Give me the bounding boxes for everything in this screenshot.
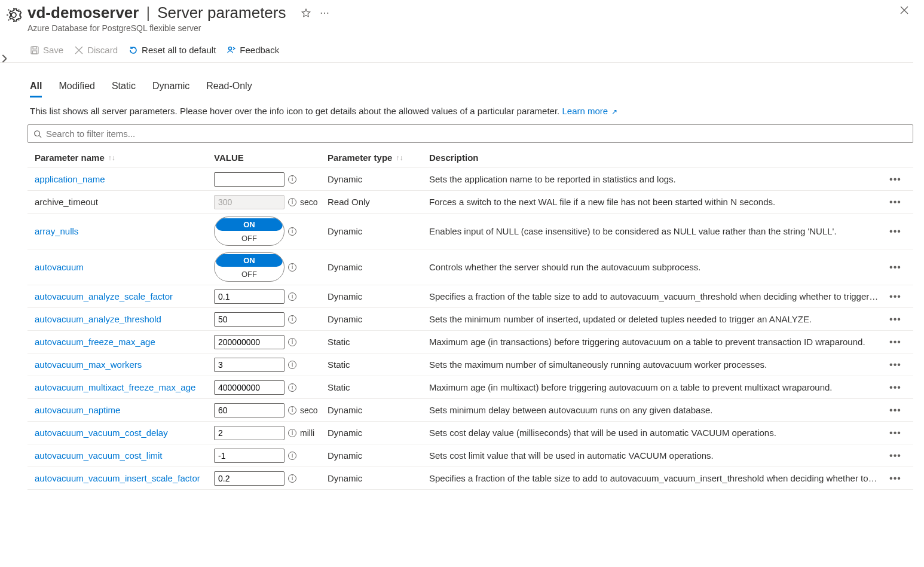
save-button[interactable]: Save [30, 45, 63, 55]
col-header-type[interactable]: Parameter type ↑↓ [328, 153, 429, 163]
info-icon[interactable]: i [288, 263, 296, 272]
resource-name: vd-demoserver [27, 4, 139, 22]
unit-label: milli [300, 428, 314, 438]
value-input[interactable] [214, 471, 284, 486]
row-more-button[interactable]: ••• [883, 428, 907, 438]
parameter-type: Dynamic [328, 291, 429, 301]
col-header-value[interactable]: VALUE [214, 153, 328, 163]
parameter-description: Specifies a fraction of the table size t… [429, 291, 883, 301]
svg-point-5 [35, 130, 40, 136]
col-header-desc[interactable]: Description [429, 153, 883, 163]
parameter-value-cell: ONOFFi [214, 217, 328, 246]
info-icon[interactable]: i [288, 198, 296, 206]
row-more-button[interactable]: ••• [883, 405, 907, 416]
info-icon[interactable]: i [288, 429, 296, 437]
value-input[interactable] [214, 380, 284, 395]
parameter-name[interactable]: autovacuum_vacuum_cost_limit [35, 450, 214, 461]
parameter-value-cell: i [214, 449, 328, 463]
tab-dynamic[interactable]: Dynamic [152, 77, 189, 97]
row-more-button[interactable]: ••• [883, 473, 907, 484]
parameter-value-cell: iseco [214, 195, 328, 209]
row-more-button[interactable]: ••• [883, 450, 907, 461]
toggle-off[interactable]: OFF [215, 232, 284, 245]
parameter-value-cell: i [214, 358, 328, 372]
discard-button[interactable]: Discard [74, 45, 118, 55]
tab-modified[interactable]: Modified [59, 77, 94, 97]
parameter-name[interactable]: autovacuum_analyze_scale_factor [35, 291, 214, 301]
parameter-type: Dynamic [328, 174, 429, 184]
row-more-button[interactable]: ••• [883, 337, 907, 347]
parameter-description: Forces a switch to the next WAL file if … [429, 197, 883, 207]
info-icon[interactable]: i [288, 315, 296, 324]
parameter-name[interactable]: autovacuum_analyze_threshold [35, 314, 214, 324]
close-blade-button[interactable] [895, 4, 913, 17]
unit-label: seco [300, 197, 318, 207]
parameter-name[interactable]: autovacuum [35, 262, 214, 272]
col-header-name[interactable]: Parameter name ↑↓ [35, 153, 214, 163]
tab-static[interactable]: Static [112, 77, 136, 97]
parameter-value-cell: iseco [214, 403, 328, 417]
row-more-button[interactable]: ••• [883, 226, 907, 237]
row-more-button[interactable]: ••• [883, 262, 907, 273]
info-icon[interactable]: i [288, 338, 296, 346]
parameter-value-cell: i [214, 471, 328, 486]
row-more-button[interactable]: ••• [883, 197, 907, 208]
toggle-off[interactable]: OFF [215, 268, 284, 281]
toggle-input[interactable]: ONOFF [214, 252, 284, 282]
toggle-input[interactable]: ONOFF [214, 217, 284, 246]
parameter-name[interactable]: array_nulls [35, 226, 214, 236]
value-input[interactable] [214, 358, 284, 372]
parameter-value-cell: i [214, 380, 328, 395]
parameter-name[interactable]: autovacuum_naptime [35, 405, 214, 415]
parameter-name[interactable]: autovacuum_vacuum_insert_scale_factor [35, 473, 214, 483]
tab-read-only[interactable]: Read-Only [206, 77, 252, 97]
value-input[interactable] [214, 172, 284, 187]
parameter-name[interactable]: autovacuum_max_workers [35, 359, 214, 370]
value-input[interactable] [214, 403, 284, 417]
info-icon[interactable]: i [288, 361, 296, 369]
tab-all[interactable]: All [30, 77, 42, 97]
expand-sidebar-button[interactable] [0, 53, 8, 65]
table-row: autovacuum_vacuum_cost_delayimilliDynami… [27, 422, 913, 444]
row-more-button[interactable]: ••• [883, 174, 907, 185]
more-actions-button[interactable]: ⋯ [320, 7, 329, 19]
favorite-star-button[interactable] [301, 8, 311, 19]
parameter-description: Controls whether the server should run t… [429, 262, 883, 272]
reset-all-button[interactable]: Reset all to default [128, 45, 216, 55]
info-icon[interactable]: i [288, 406, 296, 414]
table-row: autovacuum_analyze_scale_factoriDynamicS… [27, 285, 913, 308]
parameter-type: Static [328, 382, 429, 392]
command-bar: Save Discard Reset all to default Feedba… [0, 39, 913, 63]
parameter-name[interactable]: autovacuum_vacuum_cost_delay [35, 428, 214, 438]
filter-tabs: AllModifiedStaticDynamicRead-Only [0, 63, 924, 97]
info-icon[interactable]: i [288, 227, 296, 236]
value-input[interactable] [214, 449, 284, 463]
toggle-on[interactable]: ON [216, 254, 283, 267]
info-icon[interactable]: i [288, 474, 296, 483]
table-row: autovacuum_max_workersiStaticSets the ma… [27, 353, 913, 376]
table-row: array_nullsONOFFiDynamicEnables input of… [27, 214, 913, 249]
feedback-button[interactable]: Feedback [227, 45, 279, 55]
value-input[interactable] [214, 312, 284, 327]
row-more-button[interactable]: ••• [883, 359, 907, 370]
parameter-name[interactable]: application_name [35, 174, 214, 184]
title-separator: | [146, 4, 150, 22]
value-input[interactable] [214, 289, 284, 304]
info-icon[interactable]: i [288, 175, 296, 184]
info-icon[interactable]: i [288, 292, 296, 301]
toggle-on[interactable]: ON [216, 218, 283, 231]
parameter-name[interactable]: autovacuum_multixact_freeze_max_age [35, 382, 214, 392]
value-input[interactable] [214, 335, 284, 349]
row-more-button[interactable]: ••• [883, 314, 907, 325]
parameter-description: Sets the application name to be reported… [429, 174, 883, 184]
search-input[interactable] [27, 124, 913, 143]
parameter-type: Read Only [328, 197, 429, 207]
parameter-description: Sets cost limit value that will be used … [429, 450, 883, 461]
row-more-button[interactable]: ••• [883, 382, 907, 393]
parameter-name[interactable]: autovacuum_freeze_max_age [35, 337, 214, 347]
info-icon[interactable]: i [288, 383, 296, 392]
learn-more-link[interactable]: Learn more ↗ [562, 106, 617, 116]
value-input[interactable] [214, 426, 284, 440]
info-icon[interactable]: i [288, 452, 296, 460]
row-more-button[interactable]: ••• [883, 291, 907, 302]
